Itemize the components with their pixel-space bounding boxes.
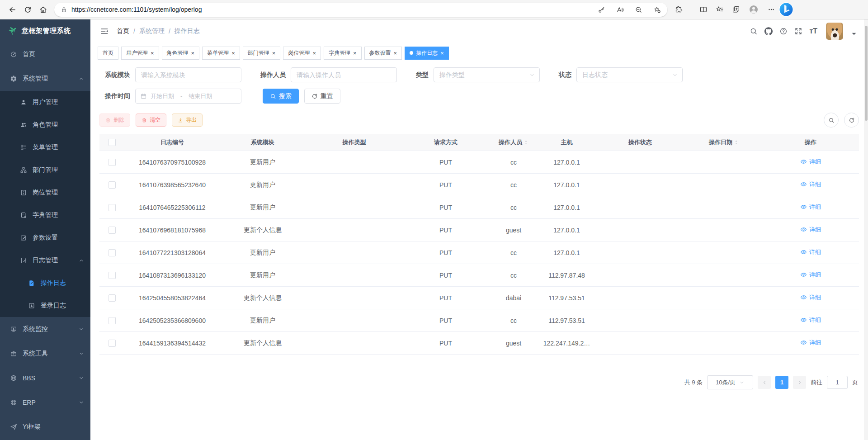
row-checkbox[interactable] — [108, 204, 116, 211]
sidebar-item-operlog[interactable]: 操作日志 — [0, 272, 90, 294]
browser-home-button[interactable] — [35, 2, 51, 17]
sidebar-item-params[interactable]: 参数设置 — [0, 227, 90, 249]
favorites-icon[interactable] — [716, 5, 724, 14]
detail-link[interactable]: 详细 — [800, 316, 821, 324]
detail-link[interactable]: 详细 — [800, 339, 821, 347]
tab-close-icon[interactable]: × — [272, 50, 276, 56]
url-text[interactable]: https://ccnetcore.com:1101/system/log/op… — [71, 6, 202, 13]
tab-岗位管理[interactable]: 岗位管理× — [283, 47, 321, 60]
bing-chat-icon[interactable] — [778, 1, 794, 18]
page-scrollbar[interactable] — [864, 19, 868, 440]
sidebar-item-dict[interactable]: 字典管理 — [0, 204, 90, 227]
tab-close-icon[interactable]: × — [191, 50, 195, 56]
sidebar-item-tools[interactable]: 系统工具 — [0, 341, 90, 366]
row-checkbox[interactable] — [108, 249, 116, 256]
search-button[interactable]: 搜索 — [263, 89, 299, 104]
fullscreen-icon[interactable] — [794, 27, 802, 35]
detail-link[interactable]: 详细 — [800, 158, 821, 166]
row-checkbox[interactable] — [108, 317, 116, 324]
browser-profile-icon[interactable] — [748, 4, 759, 15]
tab-close-icon[interactable]: × — [353, 50, 357, 56]
sortable-header[interactable]: 操作人员 — [499, 138, 528, 147]
read-aloud-icon[interactable] — [616, 6, 624, 14]
sidebar-item-logs[interactable]: 日志管理 — [0, 249, 90, 272]
add-favorite-icon[interactable] — [653, 6, 661, 14]
detail-link[interactable]: 详细 — [800, 203, 821, 211]
show-search-toggle-button[interactable] — [824, 113, 839, 128]
help-icon[interactable] — [779, 27, 788, 35]
sidebar-item-bbs[interactable]: BBS — [0, 366, 90, 390]
page-number-1[interactable]: 1 — [775, 376, 788, 389]
tab-参数设置[interactable]: 参数设置× — [364, 47, 402, 60]
refresh-table-button[interactable] — [844, 113, 859, 128]
sortable-header[interactable]: 操作日期 — [709, 138, 739, 147]
font-size-icon[interactable]: тT — [809, 28, 817, 35]
sidebar-item-users[interactable]: 用户管理 — [0, 91, 90, 114]
row-checkbox[interactable] — [108, 272, 116, 279]
type-select[interactable]: 操作类型 — [434, 67, 540, 82]
browser-menu-icon[interactable] — [767, 5, 775, 14]
tab-操作日志[interactable]: 操作日志× — [405, 47, 449, 60]
avatar-caret-icon[interactable] — [850, 30, 858, 38]
row-checkbox[interactable] — [108, 181, 116, 189]
sidebar-item-home[interactable]: 首页 — [0, 42, 90, 66]
sidebar-item-menus[interactable]: 菜单管理 — [0, 136, 90, 159]
sidebar-item-yiframe[interactable]: Yi框架 — [0, 415, 90, 439]
tab-首页[interactable]: 首页 — [98, 47, 118, 60]
row-checkbox[interactable] — [108, 294, 116, 302]
column-header-operator[interactable]: 操作人员 — [489, 134, 538, 151]
github-icon[interactable] — [764, 27, 773, 35]
browser-refresh-button[interactable] — [20, 2, 35, 17]
row-checkbox[interactable] — [108, 227, 116, 234]
sidebar-item-depts[interactable]: 部门管理 — [0, 159, 90, 181]
detail-link[interactable]: 详细 — [800, 226, 821, 234]
browser-back-button[interactable] — [5, 2, 20, 17]
tab-close-icon[interactable]: × — [440, 50, 444, 56]
column-header-date[interactable]: 操作日期 — [685, 134, 762, 151]
split-screen-icon[interactable] — [699, 5, 708, 14]
date-range-picker[interactable]: 开始日期 - 结束日期 — [135, 89, 241, 104]
header-search-icon[interactable] — [750, 27, 758, 35]
operator-input[interactable] — [291, 67, 397, 82]
password-key-icon[interactable] — [598, 6, 605, 14]
prev-page-button[interactable] — [758, 376, 771, 389]
goto-page-input[interactable] — [827, 376, 848, 389]
delete-button[interactable]: 删除 — [99, 114, 130, 127]
tab-字典管理[interactable]: 字典管理× — [324, 47, 362, 60]
sidebar-item-roles[interactable]: 角色管理 — [0, 114, 90, 136]
reset-button[interactable]: 重置 — [304, 89, 340, 104]
tab-close-icon[interactable]: × — [151, 50, 154, 56]
detail-link[interactable]: 详细 — [800, 180, 821, 189]
module-input[interactable] — [135, 67, 241, 82]
sidebar-item-monitor[interactable]: 系统监控 — [0, 317, 90, 341]
row-checkbox[interactable] — [108, 340, 116, 347]
tab-菜单管理[interactable]: 菜单管理× — [202, 47, 240, 60]
next-page-button[interactable] — [793, 376, 806, 389]
tab-close-icon[interactable]: × — [231, 50, 235, 56]
tab-用户管理[interactable]: 用户管理× — [121, 47, 159, 60]
export-button[interactable]: 导出 — [172, 114, 203, 127]
user-avatar[interactable] — [826, 23, 843, 40]
row-checkbox[interactable] — [108, 159, 116, 166]
zoom-out-icon[interactable] — [635, 6, 642, 14]
detail-link[interactable]: 详细 — [800, 271, 821, 279]
select-all-checkbox[interactable] — [108, 139, 116, 146]
status-select[interactable]: 日志状态 — [576, 67, 683, 82]
detail-link[interactable]: 详细 — [800, 248, 821, 256]
extensions-icon[interactable] — [675, 5, 683, 14]
tab-close-icon[interactable]: × — [394, 50, 397, 56]
sidebar-item-system[interactable]: 系统管理 — [0, 66, 90, 91]
tab-角色管理[interactable]: 角色管理× — [162, 47, 200, 60]
detail-link[interactable]: 详细 — [800, 293, 821, 302]
sidebar-item-erp[interactable]: ERP — [0, 390, 90, 415]
browser-address-bar[interactable]: https://ccnetcore.com:1101/system/log/op… — [54, 3, 667, 17]
clear-button[interactable]: 清空 — [136, 114, 166, 127]
sidebar-item-loginlog[interactable]: 登录日志 — [0, 294, 90, 317]
collections-icon[interactable] — [732, 5, 740, 14]
breadcrumb-item[interactable]: 首页 — [117, 27, 129, 35]
tab-close-icon[interactable]: × — [312, 50, 316, 56]
tab-部门管理[interactable]: 部门管理× — [243, 47, 281, 60]
sidebar-collapse-button[interactable] — [97, 24, 112, 39]
sidebar-item-posts[interactable]: 岗位管理 — [0, 181, 90, 204]
scrollbar-thumb[interactable] — [865, 26, 868, 121]
